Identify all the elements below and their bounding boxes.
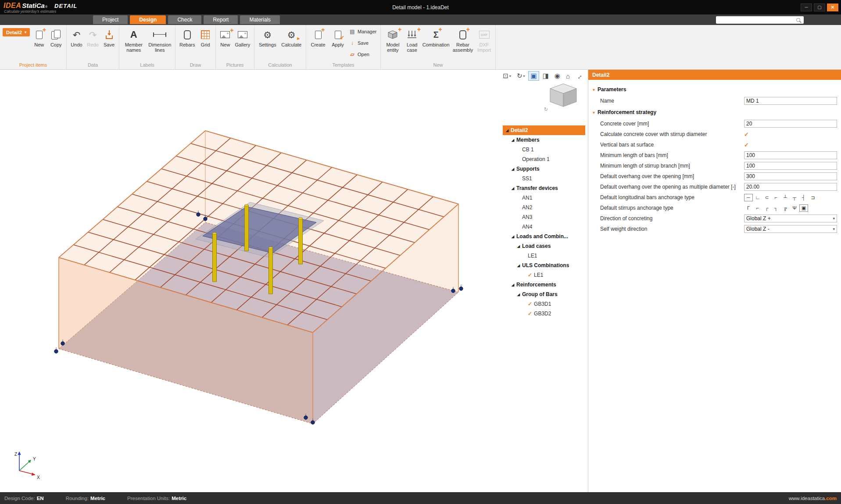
section-parameters[interactable]: ▾Parameters (588, 83, 841, 96)
concrete-cover-mm-input[interactable] (744, 120, 837, 128)
website-link[interactable]: www.ideastatica.com (789, 496, 837, 501)
longitudinal-anchorage-type-option-2[interactable]: ⊂ (762, 194, 771, 201)
tree-item-members[interactable]: ◢Members (503, 135, 585, 145)
vertical-bars-at-surface-checkbox[interactable]: ✓ (744, 142, 749, 148)
wireframe-view-button[interactable]: ▣ (528, 71, 539, 81)
minimum-length-of-bars-mm-input[interactable] (744, 151, 837, 159)
template-open-button[interactable]: ▱Open (349, 51, 376, 57)
minimum-length-of-stirrup-branch-mm-input[interactable] (744, 162, 837, 170)
default-overhang-over-the-opening-mm-input[interactable] (744, 172, 837, 180)
redo-button[interactable]: ↷ Redo (86, 27, 100, 47)
minimize-button[interactable]: ─ (801, 4, 812, 11)
visibility-button[interactable]: ◉ (552, 71, 562, 81)
search-input[interactable] (716, 17, 796, 22)
tree-item-detail2[interactable]: ◢Detail2 (503, 125, 585, 135)
template-save-button[interactable]: ↓Save (349, 40, 376, 46)
combination-button[interactable]: Σ Combination (422, 27, 450, 47)
dimension-lines-button[interactable]: Dimension lines (147, 27, 172, 53)
tree-item-an4[interactable]: AN4 (503, 222, 585, 232)
stirrup-anchorage-type-option-3[interactable]: ┐ (772, 204, 780, 212)
stirrup-anchorage-type-option-2[interactable]: ┌ (762, 204, 771, 212)
tree-item-gb3d2[interactable]: ✓GB3D2 (503, 309, 585, 318)
expander-icon[interactable]: ◢ (505, 129, 510, 132)
tree-item-transfer-devices[interactable]: ◢Transfer devices (503, 183, 585, 193)
tree-item-group-of-bars[interactable]: ◢Group of Bars (503, 290, 585, 299)
self-weight-direction-select[interactable]: Global Z -▾ (744, 225, 837, 233)
load-case-button[interactable]: Load case (404, 27, 420, 53)
longitudinal-anchorage-type-option-4[interactable]: ┴ (781, 194, 790, 201)
longitudinal-anchorage-type-option-0[interactable]: ─ (744, 194, 753, 201)
model-entity-button[interactable]: Model entity (383, 27, 402, 53)
longitudinal-anchorage-type-option-5[interactable]: ┬ (790, 194, 799, 201)
expander-icon[interactable]: ◢ (510, 138, 515, 142)
tree-item-le1[interactable]: LE1 (503, 251, 585, 261)
expander-icon[interactable]: ◢ (510, 283, 515, 287)
tree-item-operation-1[interactable]: Operation 1 (503, 154, 585, 164)
default-overhang-over-the-opening-as-multiple-diameter-input[interactable] (744, 183, 837, 191)
expander-icon[interactable]: ◢ (510, 235, 515, 239)
tab-materials[interactable]: Materials (240, 15, 280, 24)
tree-item-loads-and-combin[interactable]: ◢Loads and Combin... (503, 232, 585, 241)
tab-design[interactable]: Design (130, 15, 166, 24)
calculate-button[interactable]: ⚙▸ Calculate (280, 27, 303, 47)
tree-item-an2[interactable]: AN2 (503, 203, 585, 212)
longitudinal-anchorage-type-option-7[interactable]: ⊐ (809, 194, 817, 201)
new-picture-button[interactable]: New (218, 27, 232, 47)
close-button[interactable]: ✕ (827, 4, 838, 11)
tree-item-cb-1[interactable]: CB 1 (503, 145, 585, 154)
tree-item-le1[interactable]: ✓LE1 (503, 270, 585, 280)
solid-view-button[interactable]: ◨ (540, 71, 551, 81)
longitudinal-anchorage-type-option-1[interactable]: ∟ (753, 194, 762, 201)
checkmark-icon[interactable]: ✓ (528, 301, 532, 307)
undo-button[interactable]: ↶ Undo (69, 27, 84, 47)
expander-icon[interactable]: ◢ (516, 244, 521, 248)
tab-report[interactable]: Report (204, 15, 238, 24)
calculate-concrete-cover-with-stirrup-diameter-checkbox[interactable]: ✓ (744, 131, 749, 138)
section-reinforcement-strategy[interactable]: ▾Reinforcement strategy (588, 106, 841, 118)
member-names-button[interactable]: A Member names (122, 27, 146, 53)
checkmark-icon[interactable]: ✓ (528, 311, 532, 317)
tree-item-ss1[interactable]: SS1 (503, 174, 585, 183)
template-manager-button[interactable]: ▤Manager (349, 29, 376, 35)
tree-item-supports[interactable]: ◢Supports (503, 164, 585, 174)
tree-item-an1[interactable]: AN1 (503, 193, 585, 203)
rotate-view-tool[interactable]: ↻▾ (515, 71, 527, 81)
tab-project[interactable]: Project (93, 15, 128, 24)
rebars-button[interactable]: Rebars (178, 27, 196, 47)
stirrup-anchorage-type-option-0[interactable]: Γ (744, 204, 753, 212)
template-apply-button[interactable]: ↙ Apply (329, 27, 347, 47)
tree-item-gb3d1[interactable]: ✓GB3D1 (503, 299, 585, 309)
zoom-fit-button[interactable]: ↔ (573, 71, 584, 81)
expander-icon[interactable]: ◢ (516, 293, 521, 297)
template-create-button[interactable]: Create (309, 27, 327, 47)
longitudinal-anchorage-type-option-6[interactable]: ┤ (799, 194, 808, 201)
navigation-cube[interactable]: ↻ (543, 81, 583, 115)
gallery-button[interactable]: Gallery (234, 27, 251, 47)
3d-model-scene[interactable] (0, 70, 588, 492)
home-view-button[interactable]: ⌂ (564, 71, 572, 81)
stirrup-anchorage-type-option-4[interactable]: ╔ (781, 204, 790, 212)
copy-project-item-button[interactable]: Copy (49, 27, 64, 47)
name-input[interactable] (744, 97, 837, 105)
expander-icon[interactable]: ◢ (510, 186, 515, 190)
checkmark-icon[interactable]: ✓ (528, 272, 532, 278)
tree-item-load-cases[interactable]: ◢Load cases (503, 241, 585, 251)
direction-of-concreting-select[interactable]: Global Z +▾ (744, 214, 837, 222)
expander-icon[interactable]: ◢ (516, 264, 521, 268)
tree-item-an3[interactable]: AN3 (503, 212, 585, 222)
tree-item-uls-combinations[interactable]: ◢ULS Combinations (503, 261, 585, 270)
crop-region-tool[interactable]: ⊡▾ (501, 71, 513, 81)
dxf-import-button[interactable]: DXF DXF Import (476, 27, 493, 53)
save-button[interactable]: Save (102, 27, 116, 47)
detail2-selector-button[interactable]: Detail2▾ (3, 28, 30, 36)
maximize-button[interactable]: ▢ (814, 4, 825, 11)
expander-icon[interactable]: ◢ (510, 167, 515, 171)
new-project-item-button[interactable]: New (32, 27, 47, 47)
tab-check[interactable]: Check (168, 15, 201, 24)
settings-button[interactable]: ⚙ Settings (257, 27, 278, 47)
stirrup-anchorage-type-option-5[interactable]: Ψ (790, 204, 799, 212)
3d-viewport[interactable]: ⊡▾↻▾▣◨◉⌂↔ ↻ ◢Detail2◢MembersCB 1Operatio… (0, 70, 588, 492)
rebar-assembly-button[interactable]: Rebar assembly (452, 27, 474, 53)
stirrup-anchorage-type-option-1[interactable]: ⌐ (753, 204, 762, 212)
longitudinal-anchorage-type-option-3[interactable]: ⌐ (772, 194, 780, 201)
